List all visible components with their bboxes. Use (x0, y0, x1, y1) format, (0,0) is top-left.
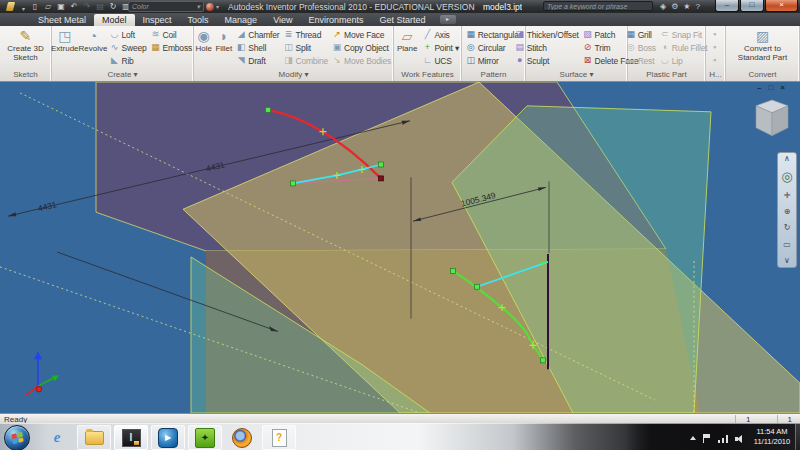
zoom-icon[interactable]: ⊕ (784, 207, 791, 217)
network-icon[interactable] (718, 434, 728, 443)
button-item[interactable]: ▪ (708, 54, 724, 67)
panel-label-pattern[interactable]: Pattern (462, 70, 525, 81)
button-grill[interactable]: ▦Grill (624, 28, 658, 41)
button-item[interactable]: ▪ (708, 41, 724, 54)
panel-label-modify[interactable]: Modify ▾ (194, 70, 393, 81)
redo-icon[interactable]: ↷ (82, 1, 92, 12)
panel-label-sketch[interactable]: Sketch (0, 70, 51, 81)
flag-icon[interactable] (703, 434, 711, 443)
expand-up-icon[interactable]: ∧ (784, 154, 790, 164)
taskbar-item-green-app[interactable]: ✦ (188, 425, 222, 450)
button-move-face[interactable]: ↗Move Face (330, 28, 393, 41)
taskbar-item-media-player[interactable]: ▶ (151, 425, 185, 450)
look-at-icon[interactable]: ▭ (783, 240, 791, 250)
tab-get-started[interactable]: Get Started (372, 14, 434, 26)
button-point[interactable]: +Point ▾ (420, 41, 461, 54)
getting-started-video-icon[interactable]: ▸ (440, 15, 456, 24)
search-input[interactable] (543, 1, 653, 11)
options-icon[interactable]: ⚙ (671, 1, 678, 12)
tab-view[interactable]: View (265, 14, 300, 26)
undo-icon[interactable]: ↶ (69, 1, 79, 12)
open-icon[interactable]: ▱ (43, 1, 53, 12)
button-loft[interactable]: ◡Loft (107, 28, 148, 41)
panel-label-create[interactable]: Create ▾ (52, 70, 193, 81)
navigation-wheel-icon[interactable]: ◎ (781, 170, 792, 184)
panel-label-plastic-part[interactable]: Plastic Part (628, 70, 705, 81)
button-chamfer[interactable]: ◢Chamfer (234, 28, 281, 41)
button-sculpt[interactable]: ●Sculpt (513, 54, 581, 67)
doc-restore-button[interactable]: □ (768, 84, 773, 92)
button-draft[interactable]: ◥Draft (234, 54, 281, 67)
start-button[interactable] (4, 425, 30, 450)
panel-label-convert[interactable]: Convert (726, 70, 799, 81)
material-swatch[interactable]: ▾ (206, 2, 226, 11)
taskbar-item-help-viewer[interactable]: ? (262, 425, 296, 450)
button-create-3d-sketch[interactable]: ✎Create 3D Sketch (3, 27, 49, 70)
maximize-button[interactable]: □ (740, 0, 764, 12)
print-icon[interactable]: ▤ (95, 1, 105, 12)
button-split[interactable]: ◫Split (281, 41, 330, 54)
expand-down-icon[interactable]: ∨ (784, 256, 790, 266)
button-thicken-offset[interactable]: ◨Thicken/Offset (513, 28, 581, 41)
panel-label-work-features[interactable]: Work Features (394, 70, 461, 81)
shell-icon: ◧ (236, 41, 246, 54)
communication-center-icon[interactable]: ◈ (660, 1, 666, 12)
inventor-logo-icon[interactable]: ▾ (3, 1, 25, 12)
color-style-combo[interactable]: Color ▾ (128, 1, 204, 12)
help-icon[interactable]: ? (696, 1, 700, 12)
close-button[interactable]: × (765, 0, 798, 12)
button-revolve[interactable]: ◔Revolve (79, 27, 108, 70)
button-convert-to-standard-part[interactable]: ▨Convert to Standard Part (733, 27, 793, 70)
taskbar-item-windows-explorer[interactable] (77, 425, 111, 450)
volume-icon[interactable] (735, 435, 744, 443)
sketch-point-endpoint-dark[interactable] (379, 176, 384, 181)
button-rib[interactable]: ◣Rib (107, 54, 148, 67)
button-snap-fit[interactable]: ⊂Snap Fit (658, 28, 710, 41)
tab-sheet-metal[interactable]: Sheet Metal (30, 14, 94, 26)
new-file-icon[interactable]: ▯ (30, 1, 40, 12)
show-desktop-button[interactable] (795, 424, 800, 450)
button-lip[interactable]: ◡Lip (658, 54, 710, 67)
button-rule-fillet[interactable]: ◖Rule Fillet (658, 41, 710, 54)
button-boss[interactable]: ◎Boss (624, 41, 658, 54)
button-hole[interactable]: ◉Hole (194, 27, 213, 70)
taskbar-clock[interactable]: 11:54 AM 11/11/2010 (749, 427, 795, 447)
button-axis[interactable]: ╱Axis (420, 28, 461, 41)
button-stitch[interactable]: ▤Stitch (513, 41, 581, 54)
save-icon[interactable]: ▣ (56, 1, 66, 12)
viewcube[interactable] (756, 100, 788, 136)
tab-tools[interactable]: Tools (180, 14, 217, 26)
button-ucs[interactable]: ∟UCS (420, 54, 461, 67)
update-icon[interactable]: ↻ (108, 1, 118, 12)
button-item[interactable]: ▪ (708, 28, 724, 41)
tab-manage[interactable]: Manage (217, 14, 266, 26)
button-shell[interactable]: ◧Shell (234, 41, 281, 54)
orbit-icon[interactable]: ↻ (784, 223, 791, 233)
button-sweep[interactable]: ∿Sweep (107, 41, 148, 54)
doc-close-button[interactable]: × (780, 84, 785, 92)
taskbar-item-internet-explorer[interactable]: e (40, 425, 74, 450)
tab-environments[interactable]: Environments (300, 14, 371, 26)
pan-icon[interactable]: ✛ (784, 191, 791, 201)
button-thread[interactable]: ≣Thread (281, 28, 330, 41)
button-coil[interactable]: ≋Coil (148, 28, 194, 41)
tab-model[interactable]: Model (94, 14, 135, 26)
button-plane[interactable]: ▱Plane (394, 27, 420, 70)
button-fillet[interactable]: ◗Fillet (213, 27, 234, 70)
button-combine[interactable]: ◨Combine (281, 54, 330, 67)
tab-inspect[interactable]: Inspect (135, 14, 180, 26)
show-hidden-icon[interactable] (690, 436, 696, 440)
minimize-button[interactable]: – (715, 0, 739, 12)
sign-in-icon[interactable]: ★ (683, 1, 690, 12)
button-copy-object[interactable]: ▣Copy Object (330, 41, 393, 54)
button-move-bodies[interactable]: ↘Move Bodies (330, 54, 393, 67)
taskbar-item-inventor[interactable]: I (114, 425, 148, 450)
panel-label-h[interactable]: H... (706, 70, 725, 81)
viewport-canvas[interactable]: 4431 4431 1005.349 (0, 82, 800, 413)
panel-label-surface[interactable]: Surface ▾ (526, 70, 627, 81)
taskbar-item-firefox[interactable] (225, 425, 259, 450)
button-emboss[interactable]: ▦Emboss (148, 41, 194, 54)
doc-minimize-button[interactable]: – (757, 84, 761, 92)
button-rest[interactable]: ▬Rest (624, 54, 658, 67)
button-extrude[interactable]: ◳Extrude (51, 27, 79, 70)
